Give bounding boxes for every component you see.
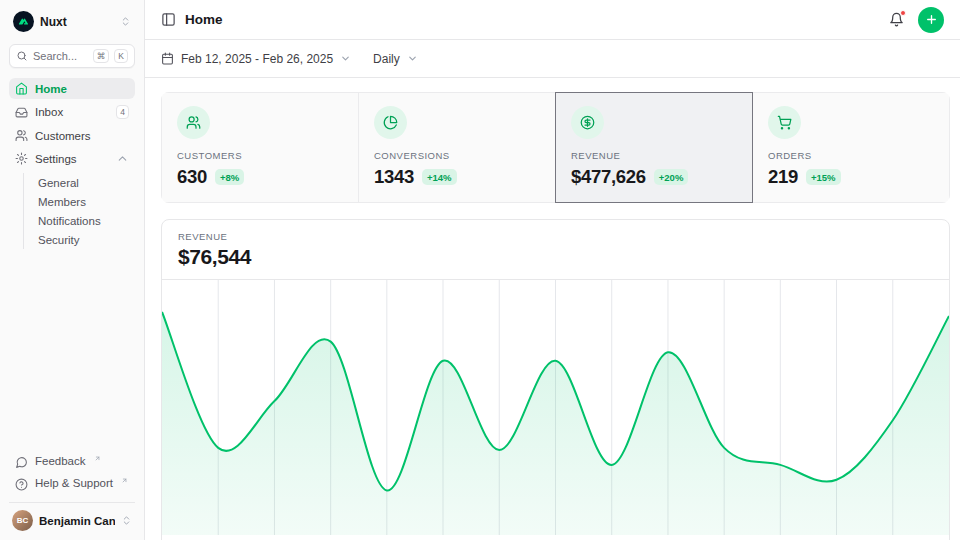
sidebar-item-customers[interactable]: Customers: [9, 125, 135, 146]
sidebar-item-settings[interactable]: Settings: [9, 148, 135, 169]
search-icon: [16, 50, 28, 62]
main-area: Home Feb 12, 2025 - Feb 26, 2025 Daily: [145, 0, 960, 540]
plus-icon: [925, 13, 938, 26]
stat-value: 630: [177, 166, 207, 188]
stat-label: ORDERS: [768, 150, 934, 161]
chart-total-value: $76,544: [178, 245, 933, 269]
inbox-count-badge: 4: [116, 105, 129, 119]
sidebar-item-home[interactable]: Home: [9, 78, 135, 99]
chart-pie-icon: [374, 106, 407, 139]
chevron-up-down-icon: [120, 16, 131, 27]
revenue-chart-svg: [162, 280, 949, 535]
external-link-icon: [121, 477, 128, 484]
avatar: BC: [12, 510, 33, 531]
stats-row: CUSTOMERS 630 +8% CONVERSIONS 1343 +14%: [161, 92, 950, 203]
stat-card-orders[interactable]: ORDERS 219 +15%: [752, 92, 950, 203]
add-button[interactable]: [918, 7, 944, 33]
stat-delta-badge: +8%: [215, 169, 244, 185]
kbd-meta: ⌘: [93, 49, 110, 63]
user-name: Benjamin Canac: [39, 515, 115, 527]
help-circle-icon: [15, 478, 28, 491]
chevron-down-icon: [407, 53, 418, 64]
sidebar-subitem-security[interactable]: Security: [32, 230, 135, 249]
circle-dollar-icon: [571, 106, 604, 139]
team-switcher[interactable]: Nuxt: [9, 8, 135, 35]
sidebar-subitem-notifications[interactable]: Notifications: [32, 211, 135, 230]
stat-label: REVENUE: [571, 150, 737, 161]
stat-delta-badge: +15%: [806, 169, 841, 185]
chevron-down-icon: [340, 53, 351, 64]
stat-value: 219: [768, 166, 798, 188]
granularity-select[interactable]: Daily: [373, 52, 418, 66]
stat-card-revenue[interactable]: REVENUE $477,626 +20%: [555, 92, 753, 203]
sidebar-nav: Home Inbox 4 Customers Settings General …: [9, 78, 135, 251]
app-root: Nuxt Search... ⌘ K Home Inbox 4 Customer…: [0, 0, 960, 540]
stat-label: CONVERSIONS: [374, 150, 540, 161]
notification-dot: [900, 10, 906, 16]
topbar: Home: [145, 0, 960, 40]
search-placeholder: Search...: [33, 50, 88, 62]
sidebar-item-inbox[interactable]: Inbox 4: [9, 101, 135, 123]
team-name: Nuxt: [40, 15, 114, 29]
stat-value: 1343: [374, 166, 414, 188]
sidebar: Nuxt Search... ⌘ K Home Inbox 4 Customer…: [0, 0, 145, 540]
user-menu[interactable]: BC Benjamin Canac: [9, 502, 135, 532]
shopping-cart-icon: [768, 106, 801, 139]
home-icon: [15, 82, 28, 95]
help-support-link[interactable]: Help & Support: [9, 473, 135, 495]
kbd-key: K: [114, 49, 128, 63]
sidebar-subitem-general[interactable]: General: [32, 173, 135, 192]
sidebar-item-label: Home: [35, 83, 129, 95]
chart-plot-area: [162, 280, 949, 535]
users-icon: [15, 129, 28, 142]
sidebar-item-label: Customers: [35, 130, 129, 142]
stat-value: $477,626: [571, 166, 646, 188]
x-axis-labels: 14 Feb16 Feb18 Feb20 Feb22 Feb24 Feb: [162, 535, 949, 540]
calendar-icon: [161, 52, 174, 65]
date-range-value: Feb 12, 2025 - Feb 26, 2025: [181, 52, 333, 66]
filters-toolbar: Feb 12, 2025 - Feb 26, 2025 Daily: [145, 40, 960, 78]
chart-header: REVENUE $76,544: [162, 220, 949, 280]
date-range-picker[interactable]: Feb 12, 2025 - Feb 26, 2025: [161, 52, 351, 66]
sidebar-item-label: Inbox: [35, 106, 109, 118]
stat-card-customers[interactable]: CUSTOMERS 630 +8%: [161, 92, 359, 203]
help-support-label: Help & Support: [35, 477, 113, 489]
granularity-value: Daily: [373, 52, 400, 66]
sidebar-item-label: Settings: [35, 153, 109, 165]
chevron-up-icon: [116, 152, 129, 165]
users-icon: [177, 106, 210, 139]
message-bubble-icon: [15, 456, 28, 469]
chevron-up-down-icon: [121, 515, 132, 526]
feedback-link[interactable]: Feedback: [9, 451, 135, 473]
gear-icon: [15, 152, 28, 165]
notifications-button[interactable]: [889, 12, 904, 27]
external-link-icon: [94, 455, 101, 462]
revenue-chart-card: REVENUE $76,544 14 Feb16 Feb18 Feb20 Feb…: [161, 219, 950, 540]
search-input[interactable]: Search... ⌘ K: [9, 44, 135, 68]
stat-label: CUSTOMERS: [177, 150, 343, 161]
collapse-sidebar-icon[interactable]: [161, 12, 176, 27]
chart-label: REVENUE: [178, 231, 933, 242]
stat-card-conversions[interactable]: CONVERSIONS 1343 +14%: [358, 92, 556, 203]
page-title: Home: [185, 12, 223, 27]
dashboard-content: CUSTOMERS 630 +8% CONVERSIONS 1343 +14%: [145, 78, 960, 540]
nuxt-logo-icon: [13, 11, 34, 32]
sidebar-spacer: [9, 251, 135, 451]
stat-delta-badge: +20%: [654, 169, 689, 185]
inbox-icon: [15, 106, 28, 119]
feedback-label: Feedback: [35, 455, 86, 467]
settings-subnav: General Members Notifications Security: [23, 173, 135, 249]
stat-delta-badge: +14%: [422, 169, 457, 185]
sidebar-subitem-members[interactable]: Members: [32, 192, 135, 211]
